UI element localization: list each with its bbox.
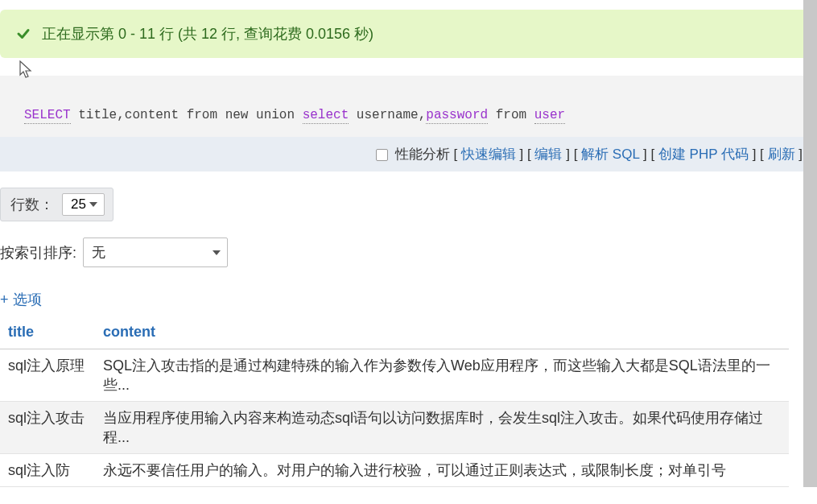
sql-text: username, bbox=[349, 108, 426, 122]
row-count-control: 行数： 25 bbox=[0, 188, 817, 221]
results-table: titlecontent sql注入原理SQL注入攻击指的是通过构建特殊的输入作… bbox=[0, 316, 789, 487]
check-icon bbox=[16, 27, 31, 41]
column-header[interactable]: title bbox=[0, 316, 95, 349]
sql-text: title,content from new union bbox=[71, 108, 303, 122]
table-cell: sql注入防 bbox=[0, 454, 95, 487]
options-toggle-link[interactable]: + 选项 bbox=[0, 290, 817, 309]
sort-select[interactable]: 无 bbox=[83, 238, 228, 267]
sql-keyword: SELECT bbox=[24, 108, 71, 124]
action-link[interactable]: 快速编辑 bbox=[461, 147, 516, 162]
column-header[interactable]: content bbox=[95, 316, 789, 349]
success-message-box: 正在显示第 0 - 11 行 (共 12 行, 查询花费 0.0156 秒) bbox=[0, 10, 811, 58]
sql-keyword: select bbox=[303, 108, 349, 124]
action-link[interactable]: 编辑 bbox=[534, 147, 562, 162]
sql-text: from bbox=[488, 108, 534, 122]
table-row[interactable]: sql注入原理SQL注入攻击指的是通过构建特殊的输入作为参数传入Web应用程序，… bbox=[0, 349, 789, 402]
table-cell: 当应用程序使用输入内容来构造动态sql语句以访问数据库时，会发生sql注入攻击。… bbox=[95, 402, 789, 454]
sql-keyword: password bbox=[426, 108, 488, 124]
profiling-checkbox[interactable] bbox=[376, 149, 388, 161]
profiling-label: 性能分析 bbox=[395, 147, 450, 162]
action-link[interactable]: 创建 PHP 代码 bbox=[658, 147, 749, 162]
row-count-label: 行数： bbox=[10, 195, 54, 214]
table-cell: sql注入攻击 bbox=[0, 402, 95, 454]
sql-keyword: user bbox=[534, 108, 565, 124]
sort-control: 按索引排序: 无 bbox=[0, 238, 817, 267]
table-row[interactable]: sql注入攻击当应用程序使用输入内容来构造动态sql语句以访问数据库时，会发生s… bbox=[0, 402, 789, 454]
action-link[interactable]: 解析 SQL bbox=[581, 147, 639, 162]
success-message-text: 正在显示第 0 - 11 行 (共 12 行, 查询花费 0.0156 秒) bbox=[42, 24, 373, 43]
sql-query-area: SELECT title,content from new union sele… bbox=[0, 76, 817, 137]
sql-query-text[interactable]: SELECT title,content from new union sele… bbox=[24, 106, 793, 124]
table-cell: SQL注入攻击指的是通过构建特殊的输入作为参数传入Web应用程序，而这些输入大都… bbox=[95, 349, 789, 402]
sql-action-bar: 性能分析 [ 快速编辑 ] [ 编辑 ] [ 解析 SQL ] [ 创建 PHP… bbox=[0, 137, 817, 171]
vertical-scrollbar[interactable] bbox=[803, 0, 817, 487]
table-row[interactable]: sql注入防永远不要信任用户的输入。对用户的输入进行校验，可以通过正则表达式，或… bbox=[0, 454, 789, 487]
action-link[interactable]: 刷新 bbox=[768, 147, 795, 162]
row-count-select[interactable]: 25 bbox=[62, 193, 105, 216]
sort-label: 按索引排序: bbox=[0, 243, 76, 262]
table-cell: sql注入原理 bbox=[0, 349, 95, 402]
table-cell: 永远不要信任用户的输入。对用户的输入进行校验，可以通过正则表达式，或限制长度；对… bbox=[95, 454, 789, 487]
